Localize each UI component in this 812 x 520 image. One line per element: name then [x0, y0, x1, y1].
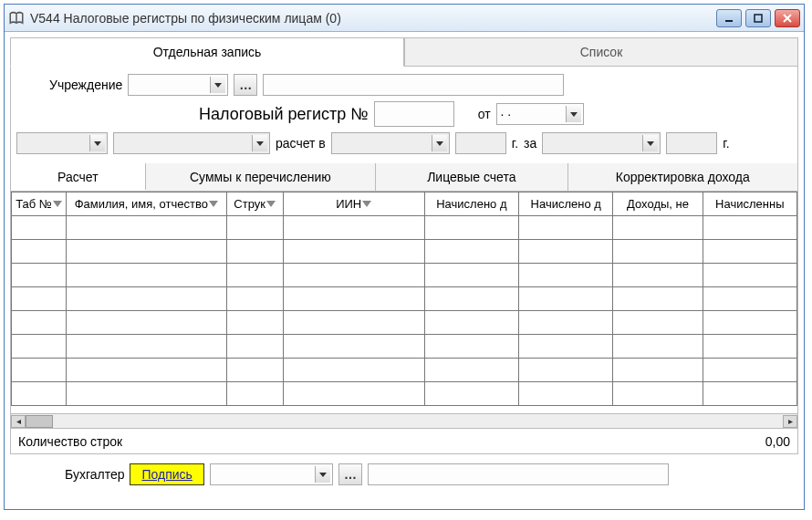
scroll-left-button[interactable]: ◂	[11, 415, 26, 428]
institution-name-field[interactable]	[263, 74, 564, 96]
sign-button-label: Подпись	[141, 467, 192, 482]
table-row[interactable]	[12, 335, 797, 359]
type-combo-2[interactable]	[113, 132, 270, 154]
accountant-name-field[interactable]	[368, 463, 669, 485]
ellipsis-icon: …	[344, 467, 357, 482]
register-date-combo[interactable]: . .	[496, 103, 584, 125]
app-window: V544 Налоговые регистры по физическим ли…	[4, 4, 805, 510]
type-combo-1[interactable]	[16, 132, 108, 154]
for-year-field[interactable]	[666, 132, 717, 154]
accountant-combo[interactable]	[210, 463, 333, 485]
institution-combo[interactable]	[128, 74, 228, 96]
subtab-label: Корректировка дохода	[616, 170, 750, 184]
col-income[interactable]: Доходы, не	[613, 192, 703, 216]
col-tab-no[interactable]: Таб №	[12, 192, 67, 216]
table-row[interactable]	[12, 359, 797, 382]
subtab-label: Расчет	[57, 170, 99, 184]
tab-label: Список	[580, 45, 623, 59]
tab-list[interactable]: Список	[404, 37, 798, 67]
tab-single-record[interactable]: Отдельная запись	[10, 37, 404, 67]
book-icon	[8, 10, 25, 26]
col-fio[interactable]: Фамилия, имя, отчество	[66, 192, 226, 216]
register-number-field[interactable]	[374, 101, 454, 127]
col-acc-3[interactable]: Начисленны	[703, 192, 796, 216]
window-title: V544 Налоговые регистры по физическим ли…	[30, 11, 716, 26]
row-count-label: Количество строк	[18, 434, 122, 449]
sub-tabs: Расчет Суммы к перечислению Лицевые счет…	[10, 163, 798, 192]
ellipsis-icon: …	[239, 78, 252, 92]
scroll-right-button[interactable]: ▸	[783, 415, 797, 428]
filter-icon[interactable]	[53, 201, 62, 210]
footer-row: Бухгалтер Подпись …	[10, 454, 798, 489]
sign-button[interactable]: Подпись	[130, 463, 203, 485]
table-row[interactable]	[12, 240, 797, 264]
from-label: от	[478, 107, 491, 121]
summary-row: Количество строк 0,00	[10, 429, 798, 454]
col-struct[interactable]: Струк	[226, 192, 283, 216]
row-count-value: 0,00	[765, 434, 790, 449]
date-value: . .	[501, 104, 512, 119]
year-suffix-1: г.	[512, 136, 518, 151]
close-button[interactable]	[775, 9, 800, 27]
scroll-thumb[interactable]	[26, 415, 53, 428]
subtab-correction[interactable]: Корректировка дохода	[568, 163, 797, 191]
data-grid[interactable]: Таб № Фамилия, имя, отчество Струк ИИН Н…	[11, 192, 797, 406]
titlebar[interactable]: V544 Налоговые регистры по физическим ли…	[5, 5, 804, 32]
register-number-label: Налоговый регистр №	[199, 105, 369, 124]
subtab-sums[interactable]: Суммы к перечислению	[146, 163, 376, 191]
scroll-track[interactable]	[26, 415, 783, 428]
filter-icon[interactable]	[209, 201, 218, 210]
accountant-browse-button[interactable]: …	[338, 463, 362, 485]
col-acc-1[interactable]: Начислено д	[424, 192, 518, 216]
year-suffix-2: г.	[723, 136, 729, 151]
filter-icon[interactable]	[266, 201, 276, 210]
subtab-calc[interactable]: Расчет	[11, 162, 146, 190]
institution-label: Учреждение	[49, 78, 122, 92]
calc-month-combo[interactable]	[331, 132, 450, 154]
subtab-accounts[interactable]: Лицевые счета	[376, 163, 568, 191]
table-row[interactable]	[12, 311, 797, 335]
main-tabs: Отдельная запись Список	[10, 34, 798, 67]
subtab-label: Суммы к перечислению	[190, 170, 331, 184]
table-row[interactable]	[12, 287, 797, 311]
form-area: Учреждение … Налоговый регистр № от . .	[10, 67, 798, 163]
window-buttons	[716, 9, 800, 27]
col-iin[interactable]: ИИН	[283, 192, 424, 216]
table-row[interactable]	[12, 264, 797, 287]
col-acc-2[interactable]: Начислено д	[519, 192, 613, 216]
for-label: за	[524, 136, 536, 151]
accountant-label: Бухгалтер	[65, 467, 124, 482]
maximize-button[interactable]	[745, 9, 771, 27]
tab-label: Отдельная запись	[153, 45, 262, 59]
grid-container: Таб № Фамилия, имя, отчество Струк ИИН Н…	[10, 192, 798, 429]
institution-browse-button[interactable]: …	[234, 74, 257, 96]
grid-body	[12, 216, 797, 406]
svg-rect-1	[755, 15, 762, 22]
subtab-label: Лицевые счета	[427, 170, 515, 184]
grid-header-row: Таб № Фамилия, имя, отчество Струк ИИН Н…	[12, 192, 797, 216]
calc-in-label: расчет в	[276, 136, 326, 151]
for-month-combo[interactable]	[542, 132, 661, 154]
horizontal-scrollbar[interactable]: ◂ ▸	[11, 413, 797, 428]
calc-year-field[interactable]	[455, 132, 506, 154]
table-row[interactable]	[12, 382, 797, 406]
minimize-button[interactable]	[716, 9, 742, 27]
filter-icon[interactable]	[362, 201, 371, 210]
table-row[interactable]	[12, 216, 797, 240]
